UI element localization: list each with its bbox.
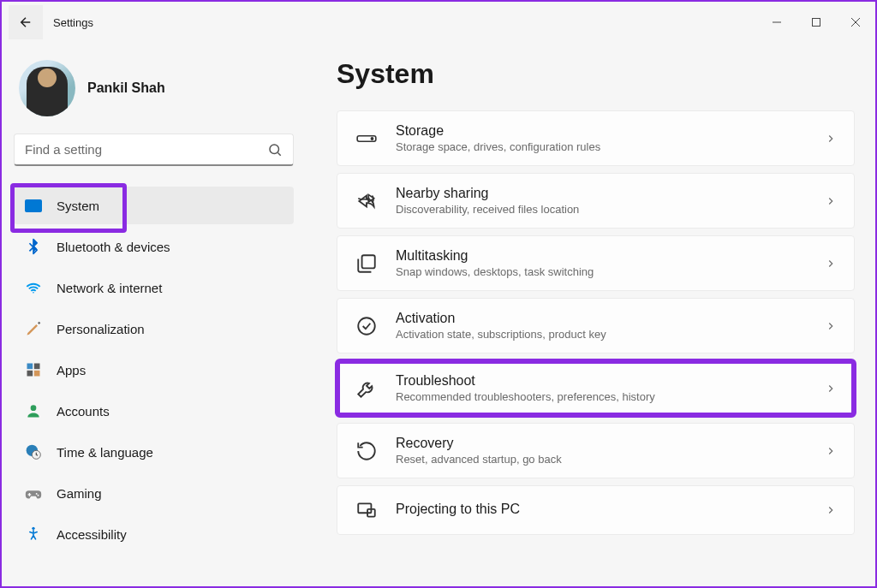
- chevron-right-icon: [825, 445, 837, 457]
- card-text: Projecting to this PC: [396, 502, 825, 519]
- wifi-icon: [24, 278, 43, 297]
- card-title: Storage: [396, 123, 825, 139]
- card-title: Troubleshoot: [396, 373, 825, 389]
- share-icon: [355, 189, 379, 213]
- svg-point-9: [36, 493, 38, 495]
- setting-nearby-sharing[interactable]: Nearby sharing Discoverability, received…: [337, 173, 855, 229]
- setting-troubleshoot[interactable]: Troubleshoot Recommended troubleshooters…: [337, 360, 855, 416]
- sidebar-item-label: Apps: [57, 363, 86, 377]
- sidebar-item-label: Bluetooth & devices: [57, 240, 170, 254]
- chevron-right-icon: [825, 383, 837, 395]
- close-icon: [850, 17, 861, 27]
- sidebar: Pankil Shah System Bluetooth & devices: [2, 43, 306, 586]
- globe-clock-icon: [24, 442, 43, 461]
- setting-projecting[interactable]: Projecting to this PC: [337, 485, 855, 535]
- page-title: System: [337, 58, 855, 90]
- sidebar-item-label: System: [57, 199, 99, 213]
- recovery-icon: [355, 439, 379, 463]
- svg-point-10: [38, 495, 39, 496]
- card-text: Storage Storage space, drives, configura…: [396, 123, 825, 153]
- card-subtitle: Discoverability, received files location: [396, 203, 825, 216]
- window-controls: [757, 9, 875, 36]
- sidebar-item-label: Network & internet: [57, 281, 162, 295]
- chevron-right-icon: [825, 504, 837, 516]
- main-panel: System Storage Storage space, drives, co…: [306, 43, 875, 586]
- wrench-icon: [355, 377, 379, 401]
- card-subtitle: Recommended troubleshooters, preferences…: [396, 390, 825, 403]
- sidebar-item-apps[interactable]: Apps: [14, 351, 294, 389]
- chevron-right-icon: [825, 258, 837, 270]
- svg-rect-5: [34, 371, 40, 377]
- user-profile[interactable]: Pankil Shah: [14, 53, 294, 130]
- svg-rect-2: [27, 364, 33, 370]
- card-subtitle: Reset, advanced startup, go back: [396, 453, 825, 466]
- chevron-right-icon: [825, 133, 837, 145]
- setting-recovery[interactable]: Recovery Reset, advanced startup, go bac…: [337, 423, 855, 478]
- storage-icon: [355, 127, 379, 151]
- sidebar-item-label: Accessibility: [57, 527, 127, 542]
- svg-point-15: [358, 318, 375, 335]
- card-title: Projecting to this PC: [396, 502, 825, 517]
- content-area: Pankil Shah System Bluetooth & devices: [2, 43, 875, 586]
- nav-list: System Bluetooth & devices Network & int…: [14, 187, 294, 553]
- card-text: Recovery Reset, advanced startup, go bac…: [396, 436, 825, 466]
- sidebar-item-label: Personalization: [57, 322, 145, 336]
- close-button[interactable]: [836, 9, 875, 36]
- sidebar-item-accounts[interactable]: Accounts: [14, 392, 294, 430]
- projecting-icon: [355, 498, 379, 522]
- username: Pankil Shah: [87, 80, 165, 96]
- titlebar: Settings: [2, 2, 875, 43]
- svg-rect-3: [34, 364, 40, 370]
- search-input[interactable]: [25, 142, 267, 157]
- sidebar-item-label: Accounts: [57, 404, 110, 419]
- minimize-button[interactable]: [757, 9, 796, 36]
- search-icon: [267, 142, 283, 157]
- sidebar-item-system[interactable]: System: [14, 187, 294, 224]
- setting-multitasking[interactable]: Multitasking Snap windows, desktops, tas…: [337, 235, 855, 291]
- maximize-icon: [811, 17, 821, 27]
- svg-rect-14: [362, 255, 375, 268]
- back-button[interactable]: [9, 5, 43, 39]
- card-title: Activation: [396, 311, 825, 326]
- card-subtitle: Snap windows, desktops, task switching: [396, 265, 825, 278]
- chevron-right-icon: [825, 320, 837, 332]
- svg-rect-16: [358, 503, 371, 513]
- svg-point-11: [32, 527, 34, 530]
- avatar: [19, 60, 75, 116]
- accessibility-icon: [24, 525, 43, 543]
- sidebar-item-network[interactable]: Network & internet: [14, 269, 294, 306]
- card-text: Troubleshoot Recommended troubleshooters…: [396, 373, 825, 403]
- gamepad-icon: [24, 484, 43, 502]
- sidebar-item-label: Time & language: [57, 445, 153, 460]
- minimize-icon: [772, 17, 782, 27]
- svg-point-1: [270, 145, 279, 154]
- sidebar-item-personalization[interactable]: Personalization: [14, 310, 294, 347]
- chevron-right-icon: [825, 195, 837, 207]
- sidebar-item-accessibility[interactable]: Accessibility: [14, 515, 294, 553]
- card-title: Recovery: [396, 436, 825, 451]
- maximize-button[interactable]: [796, 9, 836, 36]
- svg-rect-0: [813, 19, 820, 27]
- arrow-left-icon: [18, 15, 33, 30]
- search-box[interactable]: [14, 134, 294, 166]
- setting-activation[interactable]: Activation Activation state, subscriptio…: [337, 298, 855, 353]
- sidebar-item-time[interactable]: Time & language: [14, 433, 294, 471]
- card-subtitle: Activation state, subscriptions, product…: [396, 328, 825, 341]
- sidebar-item-gaming[interactable]: Gaming: [14, 474, 294, 512]
- svg-rect-4: [27, 371, 33, 377]
- card-text: Multitasking Snap windows, desktops, tas…: [396, 248, 825, 278]
- system-icon: [24, 196, 43, 215]
- svg-point-6: [31, 405, 37, 411]
- card-title: Nearby sharing: [396, 186, 825, 201]
- checkmark-circle-icon: [355, 314, 379, 338]
- settings-list: Storage Storage space, drives, configura…: [337, 110, 855, 538]
- setting-storage[interactable]: Storage Storage space, drives, configura…: [337, 110, 855, 166]
- card-text: Nearby sharing Discoverability, received…: [396, 186, 825, 216]
- card-title: Multitasking: [396, 248, 825, 264]
- app-title: Settings: [53, 16, 93, 29]
- person-icon: [24, 401, 43, 420]
- apps-icon: [24, 360, 43, 379]
- bluetooth-icon: [24, 237, 43, 256]
- sidebar-item-bluetooth[interactable]: Bluetooth & devices: [14, 228, 294, 265]
- multitasking-icon: [355, 252, 379, 276]
